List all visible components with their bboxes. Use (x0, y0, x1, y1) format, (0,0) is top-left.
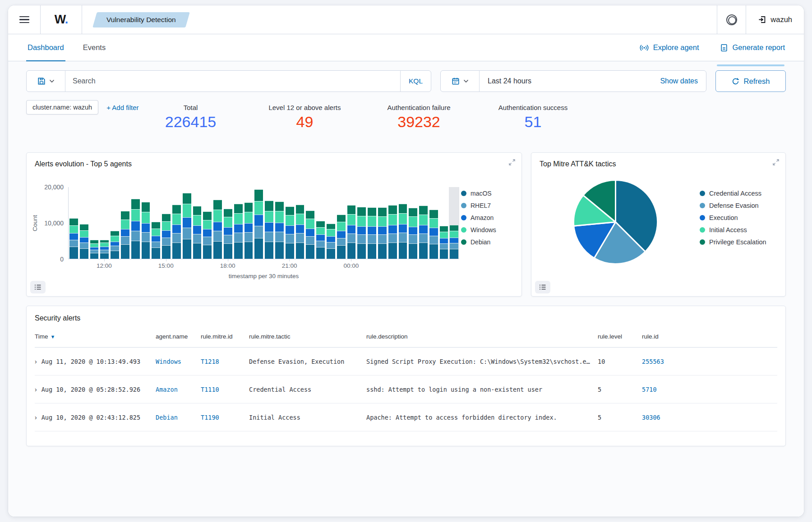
cell-rule-mitre-id-link[interactable]: T1190 (201, 414, 249, 421)
bar-30min-bucket[interactable] (212, 187, 223, 259)
bar-segment-macos (121, 244, 129, 259)
legend-item-amazon[interactable]: Amazon (461, 214, 517, 221)
bar-30min-bucket[interactable] (161, 187, 171, 259)
expand-row-chevron-icon[interactable]: › (35, 414, 37, 421)
bar-30min-bucket[interactable] (141, 187, 151, 259)
bar-30min-bucket[interactable] (264, 187, 274, 259)
bar-30min-bucket[interactable] (449, 187, 459, 259)
cell-rule-id-link[interactable]: 5710 (642, 386, 777, 393)
bar-30min-bucket[interactable] (336, 187, 346, 259)
generate-report-button[interactable]: Generate report (720, 43, 785, 52)
legend-item-credential-access[interactable]: Credential Access (700, 190, 781, 197)
bar-segment-amazon (172, 224, 181, 233)
bar-30min-bucket[interactable] (244, 187, 254, 259)
bar-segment-macos (69, 247, 78, 259)
bar-30min-bucket[interactable] (356, 187, 367, 259)
inspect-chart-button[interactable] (30, 281, 46, 293)
bar-30min-bucket[interactable] (110, 187, 120, 259)
cell-agent-name-link[interactable]: Debian (156, 414, 201, 421)
bar-30min-bucket[interactable] (346, 187, 357, 259)
kql-button[interactable]: KQL (400, 71, 431, 92)
calendar-button[interactable] (441, 71, 480, 92)
cell-rule-mitre-tactic: Credential Access (249, 386, 366, 393)
bar-30min-bucket[interactable] (171, 187, 182, 259)
bar-30min-bucket[interactable] (305, 187, 315, 259)
show-dates-button[interactable]: Show dates (652, 71, 706, 92)
bar-30min-bucket[interactable] (254, 187, 264, 259)
column-header-rule-mitre-id: rule.mitre.id (201, 333, 249, 340)
expand-row-chevron-icon[interactable]: › (35, 358, 37, 365)
tab-dashboard[interactable]: Dashboard (26, 34, 65, 61)
bar-segment-rhel7 (152, 242, 160, 248)
bar-30min-bucket[interactable] (285, 187, 295, 259)
bar-30min-bucket[interactable] (408, 187, 418, 259)
logout-button[interactable]: wazuh (746, 5, 804, 34)
expand-panel-button[interactable] (772, 159, 780, 166)
bar-30min-bucket[interactable] (367, 187, 377, 259)
bar-30min-bucket[interactable] (130, 187, 141, 259)
bar-30min-bucket[interactable] (202, 187, 212, 259)
legend-item-rhel7[interactable]: RHEL7 (461, 202, 517, 209)
bar-segment-rhel7 (183, 228, 191, 239)
bar-30min-bucket[interactable] (233, 187, 244, 259)
cell-rule-id-link[interactable]: 255563 (642, 358, 777, 365)
bar-30min-bucket[interactable] (326, 187, 336, 259)
health-status-button[interactable] (717, 5, 746, 34)
cell-rule-mitre-id-link[interactable]: T1218 (201, 358, 249, 365)
bar-segment-amazon (440, 238, 448, 243)
bar-segment-debian (440, 226, 448, 232)
bar-30min-bucket[interactable] (192, 187, 203, 259)
hamburger-icon (19, 14, 29, 25)
bar-30min-bucket[interactable] (89, 187, 100, 259)
refresh-button[interactable]: Refresh (715, 70, 786, 92)
bar-30min-bucket[interactable] (295, 187, 305, 259)
legend-item-windows[interactable]: Windows (461, 226, 517, 234)
explore-agent-button[interactable]: Explore agent (640, 43, 699, 52)
cell-agent-name-link[interactable]: Windows (156, 358, 201, 365)
breadcrumb-badge[interactable]: Vulnerability Detection (92, 12, 189, 27)
bar-30min-bucket[interactable] (315, 187, 326, 259)
pie-chart-legend: Credential AccessDefense EvasionExecutio… (700, 168, 785, 251)
bar-segment-windows (131, 209, 140, 221)
bar-segment-debian (368, 207, 376, 216)
bar-stack (306, 211, 314, 259)
inspect-chart-button[interactable] (535, 281, 550, 293)
bar-30min-bucket[interactable] (377, 187, 388, 259)
expand-panel-button[interactable] (508, 159, 516, 166)
bar-30min-bucket[interactable] (151, 187, 161, 259)
tab-events[interactable]: Events (82, 34, 107, 61)
legend-item-execution[interactable]: Execution (700, 214, 781, 221)
legend-item-initial-access[interactable]: Initial Access (700, 226, 781, 234)
menu-button[interactable] (8, 5, 41, 34)
saved-query-button[interactable] (27, 71, 65, 92)
date-range-label[interactable]: Last 24 hours (480, 71, 652, 92)
bar-segment-rhel7 (347, 234, 356, 243)
filter-chip-cluster-name[interactable]: cluster.name: wazuh (26, 100, 98, 114)
cell-agent-name-link[interactable]: Amazon (156, 386, 201, 393)
legend-dot-icon (461, 215, 466, 220)
bar-30min-bucket[interactable] (99, 187, 110, 259)
legend-item-privilege-escalation[interactable]: Privilege Escalation (700, 238, 781, 246)
bar-30min-bucket[interactable] (223, 187, 233, 259)
bar-30min-bucket[interactable] (69, 187, 79, 259)
bar-30min-bucket[interactable] (274, 187, 285, 259)
brand-logo[interactable]: W. (41, 5, 82, 34)
bar-30min-bucket[interactable] (418, 187, 429, 259)
search-input[interactable] (65, 71, 400, 92)
column-header-time[interactable]: Time▼ (35, 333, 156, 340)
bar-30min-bucket[interactable] (439, 187, 449, 259)
bar-30min-bucket[interactable] (398, 187, 408, 259)
bar-30min-bucket[interactable] (182, 187, 192, 259)
bar-30min-bucket[interactable] (79, 187, 89, 259)
expand-row-chevron-icon[interactable]: › (35, 386, 37, 393)
bar-30min-bucket[interactable] (388, 187, 398, 259)
bar-segment-windows (121, 220, 129, 229)
bar-30min-bucket[interactable] (429, 187, 439, 259)
bar-30min-bucket[interactable] (120, 187, 130, 259)
legend-item-debian[interactable]: Debian (461, 238, 517, 246)
cell-rule-mitre-id-link[interactable]: T1110 (201, 386, 249, 393)
legend-item-defense-evasion[interactable]: Defense Evasion (700, 202, 781, 209)
health-ring-icon (726, 14, 737, 25)
legend-item-macos[interactable]: macOS (461, 190, 517, 197)
cell-rule-id-link[interactable]: 30306 (642, 414, 777, 421)
